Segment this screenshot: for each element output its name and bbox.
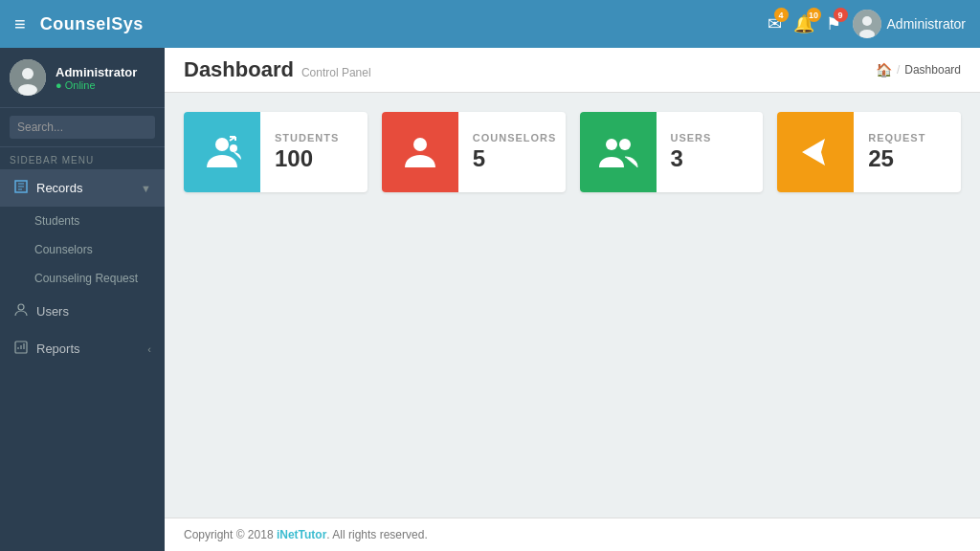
page-title: Dashboard xyxy=(184,57,294,82)
breadcrumb: 🏠 / Dashboard xyxy=(876,62,961,77)
svg-point-15 xyxy=(619,139,631,150)
menu-toggle-icon[interactable]: ≡ xyxy=(14,13,26,35)
bell-notification[interactable]: 🔔 10 xyxy=(793,13,814,34)
sidebar-user-details: Administrator Online xyxy=(56,65,137,91)
sidebar-records-label: Records xyxy=(36,181,82,195)
svg-point-8 xyxy=(215,138,229,151)
navbar: ≡ CounselSys ✉ 4 🔔 10 ⚑ 9 Administrator xyxy=(0,0,980,48)
content-area: STUDENTS 100 COUNSELORS 5 xyxy=(165,93,980,518)
students-icon-box xyxy=(184,112,260,192)
counselors-value: 5 xyxy=(473,145,557,172)
svg-point-5 xyxy=(18,84,37,96)
request-label: REQUEST xyxy=(868,132,925,143)
students-info: STUDENTS 100 xyxy=(260,112,353,192)
request-icon-box xyxy=(777,112,854,192)
students-label: STUDENTS xyxy=(275,132,339,143)
sidebar-menu-label: Sidebar Menu xyxy=(0,147,165,169)
sidebar-search-wrap xyxy=(0,108,165,147)
footer: Copyright © 2018 iNetTutor. All rights r… xyxy=(165,518,980,551)
svg-point-14 xyxy=(606,139,617,150)
counselors-icon-box xyxy=(382,112,458,192)
sidebar-user-info: Administrator Online xyxy=(0,48,165,108)
breadcrumb-current: Dashboard xyxy=(904,63,961,77)
svg-point-4 xyxy=(22,68,33,79)
users-label: USERS xyxy=(671,132,712,143)
bell-badge: 10 xyxy=(807,8,821,22)
counselors-label: COUNSELORS xyxy=(473,132,557,143)
navbar-right: ✉ 4 🔔 10 ⚑ 9 Administrator xyxy=(768,10,966,38)
records-icon xyxy=(13,179,29,197)
sidebar-avatar xyxy=(10,59,46,96)
page-subtitle: Control Panel xyxy=(301,66,371,79)
records-chevron-icon: ▼ xyxy=(141,183,151,194)
admin-menu[interactable]: Administrator xyxy=(853,10,966,38)
sidebar-item-users[interactable]: Users xyxy=(0,293,165,330)
sidebar-subitem-students[interactable]: Students xyxy=(0,207,165,235)
navbar-left: ≡ CounselSys xyxy=(14,13,144,35)
footer-text-end: . All rights reserved. xyxy=(326,528,427,541)
users-icon-box xyxy=(580,112,657,192)
mail-notification[interactable]: ✉ 4 xyxy=(768,13,782,34)
page-title-wrap: Dashboard Control Panel xyxy=(184,57,371,82)
sidebar: Administrator Online Sidebar Menu Record… xyxy=(0,48,165,551)
reports-icon xyxy=(13,340,29,358)
svg-point-1 xyxy=(862,16,872,26)
request-info: REQUEST 25 xyxy=(854,112,940,192)
flag-badge: 9 xyxy=(834,8,848,22)
sidebar-item-reports[interactable]: Reports ‹ xyxy=(0,330,165,367)
page-header: Dashboard Control Panel 🏠 / Dashboard xyxy=(165,48,980,93)
avatar xyxy=(853,10,881,38)
home-icon: 🏠 xyxy=(876,62,892,77)
sidebar-reports-label: Reports xyxy=(36,342,80,356)
footer-text: Copyright © 2018 xyxy=(184,528,277,541)
users-info: USERS 3 xyxy=(657,112,726,192)
layout: Administrator Online Sidebar Menu Record… xyxy=(0,48,980,551)
stat-card-request: REQUEST 25 xyxy=(777,112,961,192)
svg-point-6 xyxy=(18,304,24,310)
sidebar-username: Administrator xyxy=(56,65,137,79)
sidebar-item-records-left: Records xyxy=(13,179,82,197)
main-content: Dashboard Control Panel 🏠 / Dashboard xyxy=(165,48,980,551)
sidebar-subitem-counselors[interactable]: Counselors xyxy=(0,235,165,264)
reports-chevron-icon: ‹ xyxy=(147,343,151,355)
sidebar-subitem-counseling-request[interactable]: Counseling Request xyxy=(0,264,165,293)
students-value: 100 xyxy=(275,145,339,172)
stat-card-users: USERS 3 xyxy=(580,112,764,192)
admin-name: Administrator xyxy=(887,16,966,32)
stat-card-students: STUDENTS 100 xyxy=(184,112,368,192)
stat-card-counselors: COUNSELORS 5 xyxy=(382,112,566,192)
mail-badge: 4 xyxy=(774,8,789,22)
users-value: 3 xyxy=(671,145,712,172)
sidebar-status: Online xyxy=(56,79,137,91)
request-value: 25 xyxy=(868,145,925,172)
svg-marker-16 xyxy=(802,139,825,165)
breadcrumb-separator: / xyxy=(897,63,900,77)
stat-cards: STUDENTS 100 COUNSELORS 5 xyxy=(184,112,961,192)
counselors-info: COUNSELORS 5 xyxy=(458,112,566,192)
search-input[interactable] xyxy=(10,116,155,139)
brand-logo: CounselSys xyxy=(40,14,144,34)
sidebar-users-label: Users xyxy=(36,304,69,319)
footer-link[interactable]: iNetTutor xyxy=(277,528,326,541)
svg-point-9 xyxy=(230,144,237,152)
sidebar-item-reports-left: Reports xyxy=(13,340,80,358)
users-icon xyxy=(13,302,29,320)
flag-notification[interactable]: ⚑ 9 xyxy=(826,13,841,34)
sidebar-item-records[interactable]: Records ▼ xyxy=(0,169,165,207)
sidebar-item-users-left: Users xyxy=(13,302,69,320)
svg-point-13 xyxy=(413,138,427,151)
